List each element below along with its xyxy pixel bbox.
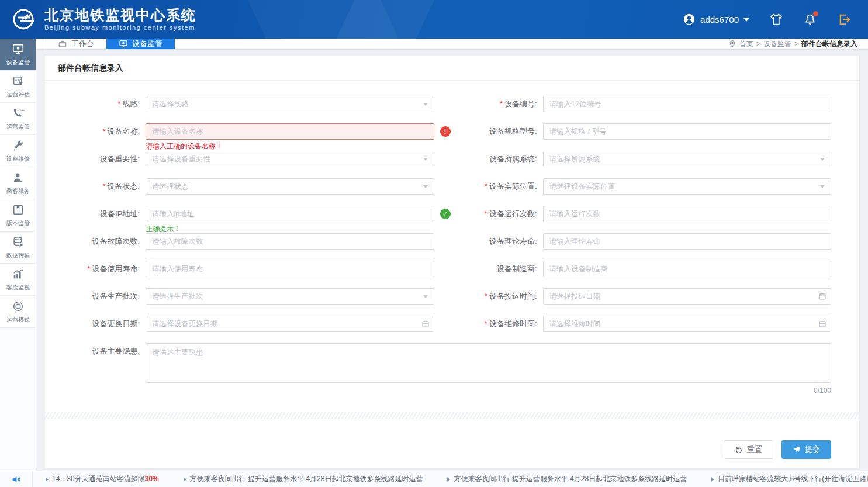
required-mark: * <box>117 99 120 108</box>
hazard-textarea[interactable] <box>146 343 831 383</box>
ticker-item[interactable]: 目前呼家楼站客流较大,6号线下行(开往海淀五路居方向)在呼家楼站采取部分在呼家楼… <box>711 474 868 484</box>
field-fault-count: 设备故障次数: <box>58 233 434 250</box>
field-service-life: *设备使用寿命: <box>58 261 434 277</box>
afc-document-icon: AFC <box>12 75 25 88</box>
sidebar-item-operation-supervision[interactable]: ACC 运营监管 <box>0 103 36 135</box>
chevron-down-icon <box>820 185 825 188</box>
ticker-item[interactable]: 14：30分天通苑南站客流超限30% <box>46 474 159 484</box>
field-theory-life: 设备理论寿命: <box>455 233 832 250</box>
error-icon: ! <box>440 126 451 137</box>
ticker-highlight: 30% <box>145 475 159 483</box>
arrow-right-icon <box>46 477 49 482</box>
sidebar-item-data-transmission[interactable]: 数据传输 <box>0 232 36 264</box>
location-select[interactable]: 请选择设备实际位置 <box>543 178 832 195</box>
field-commission-date: *设备投运时间: <box>455 288 832 305</box>
field-device-name: *设备名称: ! 请输入正确的设备名称！ <box>58 123 434 140</box>
sidebar-item-device-monitor[interactable]: 设备监管 <box>0 39 36 71</box>
sidebar-item-passenger-flow[interactable]: 客流监视 <box>0 264 36 296</box>
theory-life-input[interactable] <box>543 233 832 250</box>
batch-select[interactable]: 请选择生产批次 <box>146 288 434 305</box>
breadcrumb-current: 部件台帐信息录入 <box>801 39 857 49</box>
line-select[interactable]: 请选择线路 <box>146 96 434 112</box>
wrench-icon <box>12 139 25 152</box>
required-mark: * <box>102 127 105 136</box>
system-select[interactable]: 请选择所属系统 <box>543 151 832 167</box>
subway-logo-icon <box>11 6 37 33</box>
notification-badge <box>813 11 818 16</box>
field-importance: 设备重要性: 请选择设备重要性 <box>58 151 434 167</box>
field-ip: 设备IP地址: ✓ 正确提示！ <box>58 206 434 222</box>
chevron-down-icon <box>423 295 428 298</box>
tab-workbench[interactable]: 工作台 <box>46 39 106 49</box>
required-mark: * <box>102 182 105 191</box>
tab-device-monitor[interactable]: 设备监管 <box>106 39 175 49</box>
bookmark-icon <box>12 203 25 216</box>
char-counter: 0/100 <box>814 386 831 395</box>
sidebar-item-operation-evaluation[interactable]: AFC 运营评估 <box>0 71 36 103</box>
success-icon: ✓ <box>440 209 451 219</box>
briefcase-icon <box>58 39 67 49</box>
replace-date-picker[interactable] <box>146 316 434 332</box>
ip-input[interactable] <box>146 206 434 222</box>
run-count-input[interactable] <box>543 206 832 222</box>
required-mark: * <box>485 209 487 218</box>
user-menu[interactable]: adds6700 <box>683 13 749 26</box>
speaker-icon <box>11 474 22 485</box>
service-life-input[interactable] <box>146 261 434 277</box>
app-title: 北京地铁监视中心系统 <box>44 8 196 23</box>
field-line: *线路: 请选择线路 <box>58 96 434 112</box>
repair-date-picker[interactable] <box>543 316 832 332</box>
monitor-icon <box>12 43 25 56</box>
ip-success-message: 正确提示！ <box>146 224 181 234</box>
fault-count-input[interactable] <box>146 233 434 250</box>
chevron-down-icon <box>423 185 428 188</box>
notifications-button[interactable] <box>803 12 817 26</box>
reset-icon <box>735 445 743 454</box>
required-mark: * <box>87 264 90 273</box>
breadcrumb-home[interactable]: 首页 <box>739 39 753 49</box>
field-location: *设备实际位置: 请选择设备实际位置 <box>455 178 832 195</box>
manufacturer-input[interactable] <box>543 261 832 277</box>
logout-button[interactable] <box>837 12 852 27</box>
sidebar-item-device-repair[interactable]: 设备维修 <box>0 135 36 167</box>
theme-skin-button[interactable] <box>769 12 783 26</box>
database-icon <box>12 236 25 248</box>
arrow-right-icon <box>711 477 714 482</box>
divider <box>45 412 859 419</box>
chevron-down-icon <box>423 158 428 161</box>
form-panel: 部件台帐信息录入 *线路: 请选择线路 *设备编号: <box>44 55 860 469</box>
chevron-down-icon <box>423 103 428 106</box>
reset-button[interactable]: 重置 <box>724 440 773 459</box>
page-title: 部件台帐信息录入 <box>45 56 859 81</box>
app-header: 北京地铁监视中心系统 Beijing subway monitoring cen… <box>0 0 868 39</box>
tab-bar: 工作台 设备监管 首页 > 设备监管 > 部件台帐信息录入 <box>36 39 868 50</box>
required-mark: * <box>500 99 503 108</box>
commission-date-picker[interactable] <box>543 288 832 305</box>
tshirt-icon <box>769 12 783 26</box>
breadcrumb: 首页 > 设备监管 > 部件台帐信息录入 <box>728 39 868 49</box>
sidebar-item-passenger-service[interactable]: 乘客服务 <box>0 167 36 199</box>
chevron-down-icon <box>820 158 825 161</box>
chart-icon <box>12 268 25 281</box>
status-select[interactable]: 请选择状态 <box>146 178 434 195</box>
arrow-right-icon <box>184 477 186 482</box>
ticker-item[interactable]: 方便乘客夜间出行 提升运营服务水平 4月28日起北京地铁多条线路延时运营 <box>184 474 423 484</box>
spec-model-input[interactable] <box>543 123 832 140</box>
ticker-item[interactable]: 方便乘客夜间出行 提升运营服务水平 4月28日起北京地铁多条线路延时运营 <box>447 474 687 484</box>
acc-phone-icon: ACC <box>12 107 25 120</box>
submit-button[interactable]: 提交 <box>781 440 831 459</box>
device-name-error-message: 请输入正确的设备名称！ <box>146 141 223 151</box>
breadcrumb-section[interactable]: 设备监管 <box>763 39 791 49</box>
arrow-right-icon <box>447 477 450 482</box>
field-spec-model: 设备规格型号: <box>455 123 832 140</box>
field-hazard: 设备主要隐患: 0/100 <box>58 343 831 385</box>
location-pin-icon <box>728 40 736 48</box>
device-no-input[interactable] <box>543 96 832 112</box>
device-name-input[interactable] <box>146 123 434 140</box>
importance-select[interactable]: 请选择设备重要性 <box>146 151 434 167</box>
sidebar-item-version-supervision[interactable]: 版本监管 <box>0 199 36 232</box>
field-run-count: *设备运行次数: <box>455 206 832 222</box>
sidebar-item-operation-mode[interactable]: 运营模式 <box>0 296 36 328</box>
target-circle-icon <box>12 300 25 313</box>
field-device-no: *设备编号: <box>455 96 832 112</box>
